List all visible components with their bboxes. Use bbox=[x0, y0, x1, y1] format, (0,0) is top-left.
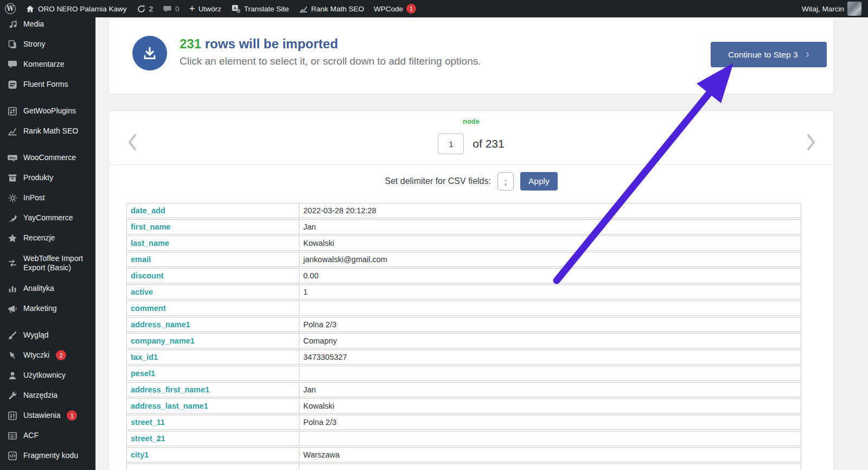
apply-button[interactable]: Apply bbox=[520, 172, 558, 190]
field-value: 2022-03-28 20:12:28 bbox=[299, 204, 801, 218]
csv-preview-table: date_add2022-03-28 20:12:28first_nameJan… bbox=[126, 203, 801, 470]
field-value: 1 bbox=[299, 285, 801, 299]
field-key[interactable]: city1 bbox=[127, 448, 299, 462]
table-row: city1Warszawa bbox=[126, 447, 801, 462]
sidebar-item-ustawienia[interactable]: Ustawienia1 bbox=[0, 405, 95, 425]
translate-site-label: Translate Site bbox=[244, 5, 289, 13]
account-menu[interactable]: Witaj, Marcin bbox=[797, 0, 863, 17]
record-number-input[interactable] bbox=[438, 134, 464, 154]
sidebar-item-fragmenty-kodu[interactable]: Fragmenty kodu bbox=[0, 446, 95, 466]
field-key[interactable]: address_name1 bbox=[127, 317, 299, 332]
sidebar-item-label: Ustawienia bbox=[23, 411, 60, 421]
admin-content: 231 rows will be imported Click an eleme… bbox=[95, 17, 868, 470]
sidebar-item-strony[interactable]: Strony bbox=[0, 34, 95, 54]
admin-sidebar: MediaStronyKomentarzeFluent FormsGetWooP… bbox=[0, 17, 95, 470]
sidebar-item-label: Media bbox=[23, 20, 44, 29]
field-key[interactable]: street_11 bbox=[127, 415, 299, 429]
pages-icon bbox=[7, 39, 18, 50]
sidebar-item-label: Narzędzia bbox=[23, 391, 58, 401]
field-key[interactable]: last_name bbox=[127, 236, 299, 250]
import-summary-card: 231 rows will be imported Click an eleme… bbox=[108, 18, 834, 94]
field-value: Kowalski bbox=[299, 399, 801, 413]
comments-menu[interactable]: 0 bbox=[158, 0, 184, 17]
field-key[interactable]: email bbox=[127, 252, 299, 266]
sidebar-item-wyglad[interactable]: Wygląd bbox=[0, 325, 95, 345]
megaphone-icon bbox=[7, 303, 18, 314]
sidebar-item-label: WooCommerce bbox=[23, 153, 76, 163]
field-key[interactable] bbox=[127, 464, 299, 470]
svg-text:A: A bbox=[233, 5, 237, 11]
site-name: ORO NERO Palarnia Kawy bbox=[38, 5, 127, 13]
sidebar-item-label: Fragmenty kodu bbox=[23, 451, 78, 461]
next-record-chevron-icon[interactable] bbox=[804, 131, 818, 153]
sidebar-item-narzedzia[interactable]: Narzędzia bbox=[0, 385, 95, 405]
continue-step3-button[interactable]: Continue to Step 3 › bbox=[711, 42, 827, 67]
user-icon bbox=[7, 370, 18, 381]
translate-icon: A bbox=[231, 4, 241, 14]
field-key[interactable]: company_name1 bbox=[127, 334, 299, 348]
field-key[interactable]: street_21 bbox=[127, 431, 299, 446]
field-key[interactable]: address_last_name1 bbox=[127, 399, 299, 413]
sidebar-item-rank-math-seo[interactable]: Rank Math SEO bbox=[0, 121, 95, 141]
delimiter-input[interactable] bbox=[497, 172, 514, 190]
rank-math-menu[interactable]: Rank Math SEO bbox=[294, 0, 369, 17]
sidebar-item-wtyczki[interactable]: Wtyczki2 bbox=[0, 345, 95, 365]
field-key[interactable]: discount bbox=[127, 269, 299, 283]
sidebar-item-acf[interactable]: ACF bbox=[0, 425, 95, 446]
wpcode-menu[interactable]: WPCode 1 bbox=[369, 0, 421, 17]
translate-site-menu[interactable]: A Translate Site bbox=[226, 0, 294, 17]
field-value: Jan bbox=[299, 220, 801, 234]
sidebar-item-recenzje[interactable]: Recenzje bbox=[0, 228, 95, 248]
field-key[interactable]: comment bbox=[127, 301, 299, 315]
site-name-menu[interactable]: ORO NERO Palarnia Kawy bbox=[21, 0, 132, 17]
wordpress-admin-page: W ORO NERO Palarnia Kawy 2 0 + Utwórz bbox=[0, 0, 868, 470]
grid-icon bbox=[7, 430, 18, 441]
table-row: street_21 bbox=[126, 431, 801, 446]
field-value: Polna 2/3 bbox=[299, 415, 801, 429]
field-key[interactable]: pesel1 bbox=[127, 366, 299, 380]
sidebar-item-woocommerce[interactable]: WooWooCommerce bbox=[0, 148, 95, 168]
sidebar-item-inpost[interactable]: InPost bbox=[0, 188, 95, 208]
table-row: last_nameKowalski bbox=[126, 236, 801, 251]
updates-menu[interactable]: 2 bbox=[132, 0, 158, 17]
field-key[interactable]: date_add bbox=[127, 204, 299, 218]
table-row: pesel1 bbox=[126, 366, 801, 381]
sidebar-item-marketing[interactable]: Marketing bbox=[0, 298, 95, 319]
csv-preview-card: node of 231 Set delimiter for CSV fields… bbox=[108, 110, 834, 470]
table-row: emailjankowalski@gmail.com bbox=[126, 252, 801, 267]
sidebar-item-getwooplugins[interactable]: GetWooPlugins bbox=[0, 101, 95, 121]
wpcode-badge: 1 bbox=[406, 4, 416, 14]
new-content-menu[interactable]: + Utwórz bbox=[184, 0, 226, 17]
admin-bar: W ORO NERO Palarnia Kawy 2 0 + Utwórz bbox=[0, 0, 868, 17]
field-key[interactable]: first_name bbox=[127, 220, 299, 234]
sidebar-item-label: GetWooPlugins bbox=[23, 106, 76, 116]
field-key[interactable]: tax_id1 bbox=[127, 350, 299, 364]
field-value: 0.00 bbox=[299, 269, 801, 283]
rows-imported-subtitle: Click an element to select it, or scroll… bbox=[180, 55, 481, 67]
table-row: company_name1Comapny bbox=[126, 333, 801, 348]
field-key[interactable]: address_first_name1 bbox=[127, 383, 299, 397]
sidebar-item-yaycommerce[interactable]: YayCommerce bbox=[0, 208, 95, 228]
sidebar-item-produkty[interactable]: Produkty bbox=[0, 168, 95, 188]
code-icon bbox=[7, 450, 18, 461]
table-row: first_nameJan bbox=[126, 219, 801, 234]
table-row: date_add2022-03-28 20:12:28 bbox=[126, 203, 801, 218]
sidebar-item-label: Wtyczki bbox=[23, 351, 49, 360]
sidebar-item-media[interactable]: Media bbox=[0, 17, 95, 34]
sidebar-item-uzytkownicy[interactable]: Użytkownicy bbox=[0, 365, 95, 385]
bird-swoosh-icon bbox=[7, 213, 18, 224]
wp-logo-menu[interactable]: W bbox=[0, 0, 21, 17]
sidebar-item-fluent-forms[interactable]: Fluent Forms bbox=[0, 74, 95, 94]
sync-arrows-icon bbox=[7, 258, 18, 269]
field-value: jankowalski@gmail.com bbox=[299, 252, 801, 266]
sidebar-item-analityka[interactable]: Analityka bbox=[0, 278, 95, 298]
table-row: discount0.00 bbox=[126, 268, 801, 283]
sidebar-item-webtoffee-import-export[interactable]: WebToffee Import Export (Basic) bbox=[0, 248, 95, 278]
field-value bbox=[299, 431, 801, 446]
table-row bbox=[126, 463, 801, 470]
sidebar-item-label: WebToffee Import Export (Basic) bbox=[23, 254, 92, 273]
sidebar-item-komentarze[interactable]: Komentarze bbox=[0, 54, 95, 74]
field-value bbox=[299, 366, 801, 380]
node-label: node bbox=[109, 117, 833, 125]
field-key[interactable]: active bbox=[127, 285, 299, 299]
